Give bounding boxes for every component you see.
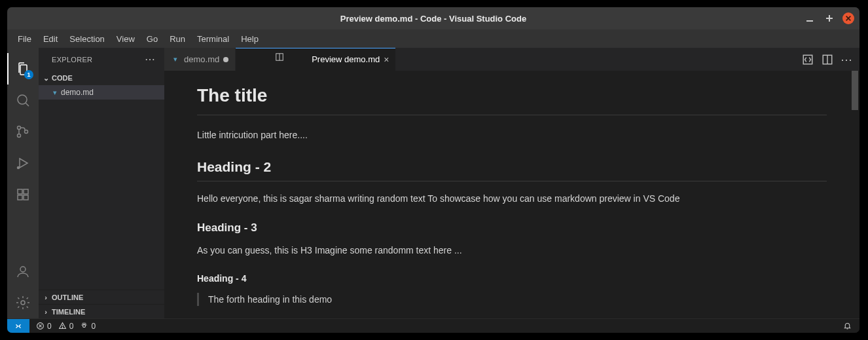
svg-point-17 (21, 301, 25, 305)
status-warnings[interactable]: 0 (58, 322, 74, 331)
tab-preview-demo-md[interactable]: Preview demo.md × (236, 48, 396, 71)
preview-h3: Heading - 3 (197, 220, 827, 236)
svg-point-8 (18, 134, 21, 138)
activity-explorer[interactable]: 1 (7, 53, 39, 85)
activity-search[interactable] (7, 85, 39, 116)
menu-terminal[interactable]: Terminal (192, 32, 234, 46)
menu-go[interactable]: Go (141, 32, 163, 46)
status-notifications[interactable] (843, 322, 852, 330)
chevron-right-icon: › (43, 308, 49, 316)
preview-h1: The title (197, 83, 827, 115)
status-errors-count: 0 (47, 322, 52, 331)
activity-bar: 1 (7, 48, 39, 318)
status-warnings-count: 0 (69, 322, 74, 331)
preview-h4: Heading - 4 (197, 272, 827, 285)
svg-rect-13 (18, 195, 22, 200)
svg-point-11 (18, 167, 20, 169)
window-controls (803, 12, 854, 25)
status-ports-count: 0 (91, 322, 96, 331)
svg-point-16 (20, 267, 26, 272)
svg-point-28 (83, 324, 86, 327)
sidebar-section-label: TIMELINE (52, 308, 85, 316)
sidebar-explorer: EXPLORER ⋯ ⌄ CODE ▾ demo.md › OUTLINE › … (39, 48, 164, 318)
sidebar-title: EXPLORER (52, 56, 92, 64)
status-right-group (843, 319, 859, 333)
activity-settings[interactable] (7, 287, 39, 318)
vscode-window: Preview demo.md - Code - Visual Studio C… (7, 7, 859, 333)
svg-rect-14 (24, 195, 28, 200)
svg-point-5 (18, 95, 27, 104)
tab-label: Preview demo.md (312, 54, 380, 64)
preview-blockquote: The forth heading in this demo (197, 293, 827, 306)
modified-dot-icon (223, 57, 228, 62)
svg-line-6 (26, 103, 29, 106)
markdown-file-icon: ▾ (53, 88, 57, 97)
svg-marker-10 (20, 159, 27, 168)
preview-paragraph: Little intricution part here.... (197, 128, 827, 142)
sidebar-file-name: demo.md (61, 88, 94, 97)
markdown-preview[interactable]: The title Little intricution part here..… (164, 71, 859, 318)
editor-title-actions: ⋯ (795, 48, 859, 71)
svg-rect-0 (806, 20, 813, 22)
status-errors[interactable]: 0 (36, 322, 52, 331)
editor-group: ▾ demo.md Preview demo.md × (164, 48, 859, 318)
main-area: 1 EXPLORER (7, 48, 859, 318)
activity-badge: 1 (24, 70, 33, 79)
activity-extensions[interactable] (7, 179, 39, 210)
menu-edit[interactable]: Edit (38, 32, 63, 46)
sidebar-timeline-section[interactable]: › TIMELINE (39, 304, 164, 318)
menu-file[interactable]: File (12, 32, 37, 46)
tabs-row: ▾ demo.md Preview demo.md × (164, 48, 859, 71)
svg-rect-15 (24, 189, 28, 194)
svg-point-27 (62, 327, 63, 328)
close-button[interactable] (842, 12, 854, 24)
menu-bar: File Edit Selection View Go Run Terminal… (7, 29, 859, 48)
menu-view[interactable]: View (111, 32, 140, 46)
tab-demo-md[interactable]: ▾ demo.md (164, 48, 236, 71)
status-ports[interactable]: 0 (80, 322, 96, 331)
sidebar-more-icon[interactable]: ⋯ (145, 53, 156, 66)
svg-point-9 (25, 130, 28, 134)
sidebar-header: EXPLORER ⋯ (39, 48, 164, 71)
chevron-down-icon: ⌄ (43, 74, 49, 83)
preview-h2: Heading - 2 (197, 157, 827, 181)
window-title: Preview demo.md - Code - Visual Studio C… (340, 14, 526, 24)
activity-scm[interactable] (7, 116, 39, 147)
sidebar-folder-root[interactable]: ⌄ CODE (39, 71, 164, 85)
markdown-file-icon: ▾ (171, 55, 180, 64)
minimize-button[interactable] (803, 12, 816, 25)
sidebar-outline-section[interactable]: › OUTLINE (39, 290, 164, 304)
preview-paragraph: As you can guess, this is H3 Imagine som… (197, 244, 827, 257)
tab-label: demo.md (184, 54, 219, 64)
maximize-button[interactable] (823, 12, 836, 25)
more-actions-icon[interactable]: ⋯ (841, 54, 853, 66)
menu-run[interactable]: Run (164, 32, 190, 46)
activity-accounts[interactable] (7, 255, 39, 287)
remote-indicator[interactable] (7, 319, 29, 333)
preview-paragraph: Hello everyone, this is sagar sharma wri… (197, 192, 827, 205)
close-tab-icon[interactable]: × (384, 54, 389, 65)
show-source-icon[interactable] (802, 54, 814, 66)
status-bar: 0 0 0 (7, 318, 859, 333)
chevron-right-icon: › (43, 293, 49, 301)
title-bar: Preview demo.md - Code - Visual Studio C… (7, 7, 859, 29)
svg-point-7 (18, 126, 21, 130)
status-left-group: 0 0 0 (29, 319, 96, 333)
split-editor-icon[interactable] (822, 54, 833, 66)
sidebar-file-item[interactable]: ▾ demo.md (39, 85, 164, 100)
sidebar-section-label: OUTLINE (52, 293, 83, 301)
activity-debug[interactable] (7, 147, 39, 179)
sidebar-folder-name: CODE (52, 74, 73, 82)
menu-selection[interactable]: Selection (64, 32, 109, 46)
svg-rect-12 (18, 189, 22, 194)
blockquote-text: The forth heading in this demo (208, 293, 827, 306)
vertical-scrollbar[interactable] (852, 71, 858, 110)
